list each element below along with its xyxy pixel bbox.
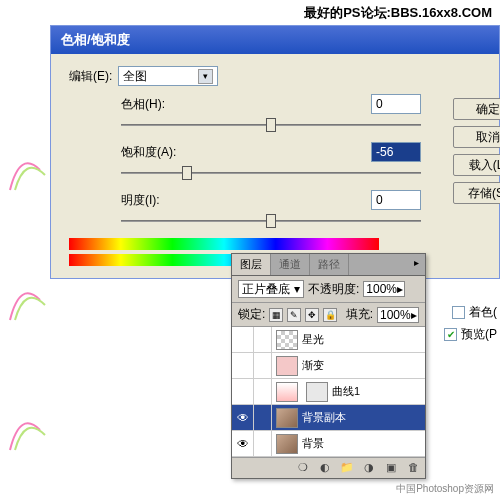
- layer-row[interactable]: 👁背景: [232, 431, 425, 457]
- preview-checkbox[interactable]: ✔: [444, 328, 457, 341]
- colorize-checkbox[interactable]: [452, 306, 465, 319]
- layer-thumbnail: [276, 408, 298, 428]
- fill-input[interactable]: 100%▸: [377, 307, 419, 323]
- chevron-right-icon: ▸: [411, 308, 417, 322]
- colorize-label: 着色(: [469, 304, 497, 321]
- hue-label: 色相(H):: [121, 96, 165, 113]
- tab-channels[interactable]: 通道: [271, 254, 310, 275]
- saturation-label: 饱和度(A):: [121, 144, 176, 161]
- visibility-icon[interactable]: [232, 353, 254, 379]
- layer-row[interactable]: 👁背景副本: [232, 405, 425, 431]
- load-button[interactable]: 载入(L): [453, 154, 500, 176]
- lock-move-icon[interactable]: ✥: [305, 308, 319, 322]
- layer-row[interactable]: 星光: [232, 327, 425, 353]
- tab-paths[interactable]: 路径: [310, 254, 349, 275]
- opacity-input[interactable]: 100%▸: [363, 281, 405, 297]
- edit-dropdown[interactable]: 全图 ▾: [118, 66, 218, 86]
- lock-brush-icon[interactable]: ✎: [287, 308, 301, 322]
- dialog-title: 色相/饱和度: [51, 26, 499, 54]
- fill-label: 填充:: [346, 306, 373, 323]
- cancel-button[interactable]: 取消: [453, 126, 500, 148]
- saturation-slider[interactable]: [121, 166, 421, 180]
- layer-thumbnail: [276, 434, 298, 454]
- eye-icon[interactable]: 👁: [232, 405, 254, 431]
- adjustment-icon[interactable]: ◑: [361, 461, 377, 475]
- mask-thumbnail: [306, 382, 328, 402]
- folder-icon[interactable]: 📁: [339, 461, 355, 475]
- lock-transparent-icon[interactable]: ▦: [269, 308, 283, 322]
- layer-thumbnail: [276, 330, 298, 350]
- layer-thumbnail: [276, 382, 298, 402]
- lock-label: 锁定:: [238, 306, 265, 323]
- decorative-swirl: [0, 400, 60, 460]
- chevron-down-icon: ▾: [198, 69, 213, 84]
- eye-icon[interactable]: 👁: [232, 431, 254, 457]
- opacity-label: 不透明度:: [308, 281, 359, 298]
- visibility-icon[interactable]: [232, 327, 254, 353]
- watermark-top: 最好的PS论坛:BBS.16xx8.COM: [304, 4, 492, 22]
- lightness-slider[interactable]: [121, 214, 421, 228]
- watermark-bottom: 中国Photoshop资源网: [396, 482, 494, 496]
- layer-row[interactable]: 曲线1: [232, 379, 425, 405]
- save-button[interactable]: 存储(S): [453, 182, 500, 204]
- blend-mode-dropdown[interactable]: 正片叠底▾: [238, 280, 304, 298]
- ok-button[interactable]: 确定: [453, 98, 500, 120]
- saturation-input[interactable]: -56: [371, 142, 421, 162]
- lock-all-icon[interactable]: 🔒: [323, 308, 337, 322]
- fx-icon[interactable]: ❍: [295, 461, 311, 475]
- chevron-down-icon: ▾: [294, 282, 300, 296]
- tab-layers[interactable]: 图层: [232, 254, 271, 275]
- trash-icon[interactable]: 🗑: [405, 461, 421, 475]
- hue-input[interactable]: 0: [371, 94, 421, 114]
- hue-gradient-bar: [69, 238, 379, 250]
- panel-menu-icon[interactable]: ▸: [408, 254, 425, 275]
- layer-list: 星光 渐变 曲线1 👁背景副本 👁背景: [232, 327, 425, 457]
- visibility-icon[interactable]: [232, 379, 254, 405]
- preview-label: 预览(P: [461, 326, 497, 343]
- layer-row[interactable]: 渐变: [232, 353, 425, 379]
- layer-thumbnail: [276, 356, 298, 376]
- hue-slider[interactable]: [121, 118, 421, 132]
- layers-panel: 图层 通道 路径 ▸ 正片叠底▾ 不透明度: 100%▸ 锁定: ▦ ✎ ✥ 🔒…: [231, 253, 426, 479]
- new-layer-icon[interactable]: ▣: [383, 461, 399, 475]
- lightness-input[interactable]: 0: [371, 190, 421, 210]
- hue-saturation-dialog: 色相/饱和度 编辑(E): 全图 ▾ 色相(H): 0 饱和度(A): -56 …: [50, 25, 500, 279]
- lightness-label: 明度(I):: [121, 192, 160, 209]
- mask-icon[interactable]: ◐: [317, 461, 333, 475]
- edit-value: 全图: [123, 68, 147, 85]
- edit-label: 编辑(E):: [69, 68, 112, 85]
- chevron-right-icon: ▸: [397, 282, 403, 296]
- decorative-swirl: [0, 270, 60, 330]
